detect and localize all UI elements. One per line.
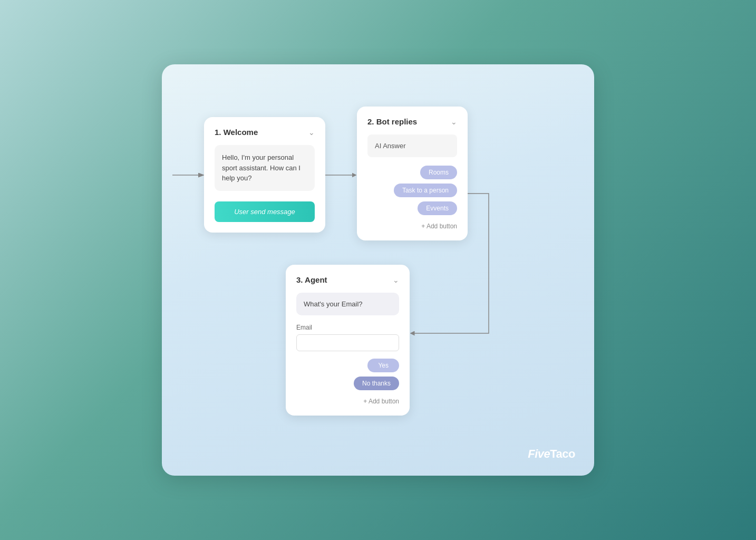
email-input[interactable] [296,334,399,351]
bot-replies-chevron[interactable]: ⌄ [451,118,457,126]
agent-add-button-link[interactable]: + Add button [296,398,399,405]
yes-button[interactable]: Yes [367,359,399,372]
email-label: Email [296,324,399,331]
welcome-chevron[interactable]: ⌄ [308,128,315,137]
welcome-title: 1. Welcome [215,128,258,137]
welcome-card: 1. Welcome ⌄ Hello, I'm your personal sp… [204,117,325,233]
agent-header: 3. Agent ⌄ [296,275,399,284]
agent-reply-buttons: Yes No thanks [296,359,399,390]
main-canvas: 1. Welcome ⌄ Hello, I'm your personal sp… [162,64,594,476]
agent-question: What's your Email? [296,293,399,315]
bot-add-button-link[interactable]: + Add button [367,223,457,230]
agent-chevron[interactable]: ⌄ [393,276,399,284]
agent-title: 3. Agent [296,275,327,284]
brand-logo: FiveTaco [528,447,575,461]
agent-card: 3. Agent ⌄ What's your Email? Email Yes … [286,265,410,416]
ai-answer-box: AI Answer [367,134,457,157]
task-to-person-button[interactable]: Task to a person [394,184,457,197]
bot-reply-buttons: Rooms Task to a person Evvents [367,166,457,215]
email-section: Email [296,324,399,351]
bot-replies-card: 2. Bot replies ⌄ AI Answer Rooms Task to… [357,107,468,240]
bot-replies-title: 2. Bot replies [367,117,417,126]
rooms-button[interactable]: Rooms [420,166,457,179]
bot-replies-header: 2. Bot replies ⌄ [367,117,457,126]
welcome-header: 1. Welcome ⌄ [215,128,315,137]
evvents-button[interactable]: Evvents [418,201,457,215]
welcome-message: Hello, I'm your personal sport assistant… [215,145,315,191]
no-thanks-button[interactable]: No thanks [354,377,399,390]
user-send-button[interactable]: User send message [215,201,315,222]
